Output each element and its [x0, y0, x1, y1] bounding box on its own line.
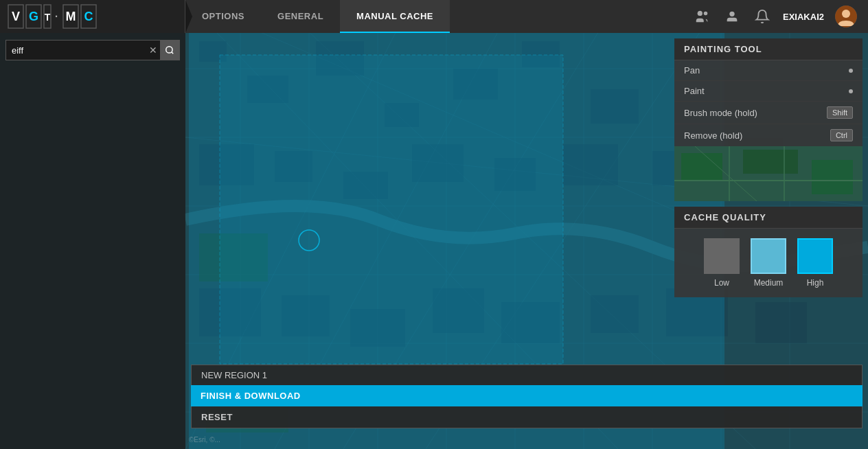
top-right-icons: EXIAKAI2 [681, 0, 868, 33]
logo-area: V G T · M C [0, 0, 185, 33]
quality-medium-box [751, 238, 786, 274]
logo: V G T · M C [7, 3, 117, 30]
pan-label: Pan [684, 65, 700, 76]
tab-general[interactable]: GENERAL [261, 0, 340, 33]
tab-options[interactable]: OPTIONS [185, 0, 261, 33]
tool-remove-row: Remove (hold) Ctrl [674, 124, 863, 146]
search-clear-button[interactable]: ✕ [146, 45, 160, 56]
user-icon[interactable] [722, 7, 742, 26]
quality-low-button[interactable]: Low [704, 238, 740, 288]
svg-rect-50 [220, 55, 563, 364]
username[interactable]: EXIAKAI2 [783, 12, 824, 22]
tab-options-arrow [185, 0, 192, 33]
tab-manual-cache-label: MANUAL CACHE [356, 11, 433, 21]
tool-brush-row: Brush mode (hold) Shift [674, 102, 863, 124]
tab-manual-cache[interactable]: MANUAL CACHE [340, 0, 450, 33]
svg-text:M: M [66, 10, 76, 23]
finish-download-button[interactable]: FINISH & DOWNLOAD [191, 385, 863, 406]
tab-general-label: GENERAL [277, 11, 323, 21]
watermark: ©Esri, ©... [189, 436, 220, 444]
cache-quality-header: CACHE QUALITY [674, 207, 863, 229]
remove-label: Remove (hold) [684, 130, 742, 141]
quality-high-box [797, 238, 833, 274]
region-name: NEW REGION 1 [191, 365, 863, 385]
painting-tool-panel: PAINTING TOOL Pan Paint Brush mode (hold… [674, 38, 863, 146]
quality-medium-label: Medium [754, 278, 784, 288]
left-panel: ✕ [0, 0, 185, 449]
quality-low-box [704, 238, 740, 274]
svg-point-68 [166, 47, 172, 53]
brush-mode-label: Brush mode (hold) [684, 108, 757, 118]
quality-buttons: Low Medium High [674, 229, 863, 297]
svg-point-67 [842, 10, 850, 18]
search-bar: ✕ [5, 40, 180, 60]
svg-text:T: T [45, 12, 51, 23]
search-button[interactable] [160, 40, 179, 60]
svg-rect-46 [755, 302, 807, 343]
svg-point-63 [698, 11, 703, 16]
ctrl-key-badge: Ctrl [830, 129, 853, 141]
map-thumbnail [674, 146, 863, 201]
tab-options-label: OPTIONS [202, 11, 244, 21]
topbar: V G T · M C OPTIONS GENERAL MANUAL CACHE [0, 0, 868, 33]
region-panel: NEW REGION 1 FINISH & DOWNLOAD RESET [185, 365, 868, 428]
svg-text:C: C [84, 10, 93, 23]
svg-text:G: G [29, 10, 38, 23]
svg-rect-73 [743, 150, 798, 174]
shift-key-badge: Shift [827, 106, 853, 119]
quality-high-button[interactable]: High [797, 238, 833, 288]
pan-indicator [849, 69, 853, 73]
reset-button[interactable]: RESET [191, 406, 863, 428]
svg-text:V: V [12, 10, 20, 23]
svg-point-65 [729, 12, 734, 16]
painting-tool-header: PAINTING TOOL [674, 38, 863, 60]
nav-tabs: OPTIONS GENERAL MANUAL CACHE [185, 0, 681, 33]
group-icon[interactable] [692, 7, 711, 26]
svg-rect-74 [812, 160, 853, 194]
paint-label: Paint [684, 86, 705, 96]
avatar[interactable] [835, 5, 857, 27]
tool-paint-row[interactable]: Paint [674, 81, 863, 102]
right-panel: PAINTING TOOL Pan Paint Brush mode (hold… [669, 33, 868, 297]
quality-low-label: Low [714, 278, 729, 288]
svg-text:·: · [54, 7, 58, 24]
paint-indicator [849, 89, 853, 93]
search-input[interactable] [6, 45, 146, 56]
quality-medium-button[interactable]: Medium [751, 238, 786, 288]
svg-line-69 [172, 52, 174, 54]
svg-point-64 [704, 12, 708, 16]
svg-rect-72 [681, 153, 722, 181]
cache-quality-panel: CACHE QUALITY Low Medium High [674, 207, 863, 297]
quality-high-label: High [807, 278, 824, 288]
bell-icon[interactable] [753, 7, 772, 26]
tool-pan-row[interactable]: Pan [674, 60, 863, 81]
